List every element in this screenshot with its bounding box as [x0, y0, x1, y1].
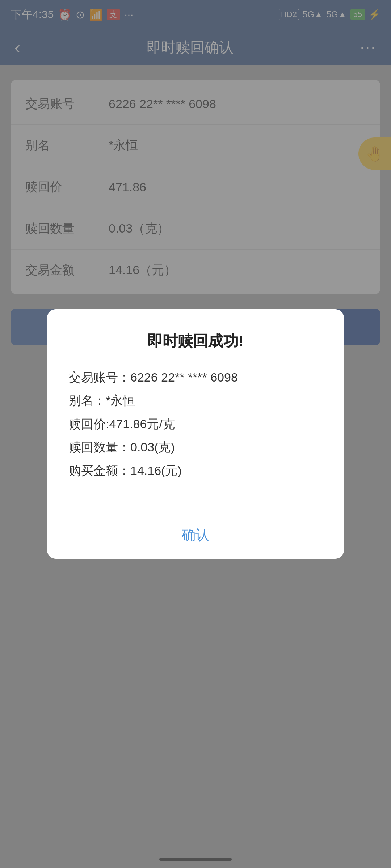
dialog-line-alias: 别名：*永恒 — [69, 389, 322, 412]
dialog-line-quantity: 赎回数量：0.03(克) — [69, 435, 322, 459]
dialog-line-price: 赎回价:471.86元/克 — [69, 412, 322, 436]
dialog-line-account: 交易账号：6226 22** **** 6098 — [69, 366, 322, 389]
confirm-button[interactable]: 确认 — [182, 526, 209, 544]
dialog-line-amount: 购买金额：14.16(元) — [69, 459, 322, 482]
dialog-overlay: 即时赎回成功! 交易账号：6226 22** **** 6098 别名：*永恒 … — [0, 0, 391, 868]
success-dialog: 即时赎回成功! 交易账号：6226 22** **** 6098 别名：*永恒 … — [47, 309, 344, 559]
dialog-title: 即时赎回成功! — [69, 331, 322, 351]
dialog-body: 即时赎回成功! 交易账号：6226 22** **** 6098 别名：*永恒 … — [47, 309, 344, 497]
dialog-footer: 确认 — [47, 511, 344, 559]
